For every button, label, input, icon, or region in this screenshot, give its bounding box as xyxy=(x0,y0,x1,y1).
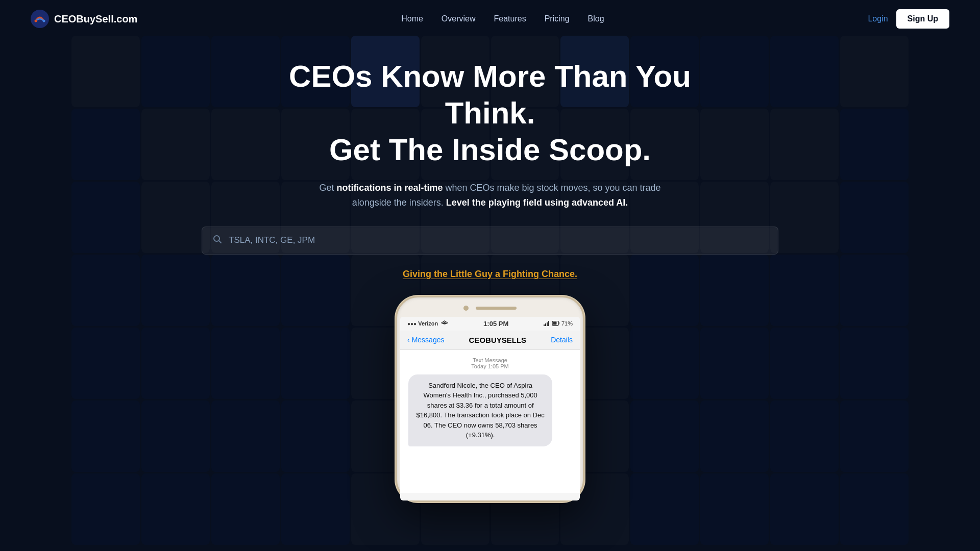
battery-label: 71% xyxy=(561,320,573,327)
chat-title: CEOBUYSELLS xyxy=(469,336,527,344)
search-input[interactable] xyxy=(229,235,768,245)
message-text: Sandford Nicole, the CEO of Aspira Women… xyxy=(416,382,544,439)
svg-point-1 xyxy=(35,20,37,22)
msg-label: Text Message xyxy=(405,357,575,363)
phone-top-bar xyxy=(400,306,580,311)
hero-subtitle-bold2: Level the playing field using advanced A… xyxy=(446,197,628,208)
nav-home[interactable]: Home xyxy=(401,14,423,23)
back-label: Messages xyxy=(412,336,445,344)
svg-rect-9 xyxy=(558,322,559,324)
hero-section: CEOs Know More Than You Think. Get The I… xyxy=(0,38,980,502)
back-chevron-icon: ‹ xyxy=(407,336,410,344)
message-area: Text Message Today 1:05 PM Sandford Nico… xyxy=(400,350,580,493)
nav-links: Home Overview Features Pricing Blog xyxy=(401,14,604,23)
hero-headline-line2: Get The Inside Scoop. xyxy=(329,133,651,167)
phone-speaker xyxy=(476,307,517,310)
login-button[interactable]: Login xyxy=(868,14,888,23)
svg-rect-4 xyxy=(544,324,545,326)
back-button[interactable]: ‹ Messages xyxy=(407,336,444,344)
nav-blog[interactable]: Blog xyxy=(588,14,604,23)
phone-outer: ●●● Verizon 1:05 PM xyxy=(396,296,584,502)
tagline: Giving the Little Guy a Fighting Chance. xyxy=(0,269,980,280)
phone-camera xyxy=(463,306,469,311)
logo-icon xyxy=(31,10,49,28)
signup-button[interactable]: Sign Up xyxy=(896,9,949,29)
hero-headline-line1: CEOs Know More Than You Think. xyxy=(289,59,691,130)
logo-text: CEOBuySell.com xyxy=(54,13,137,25)
message-timestamp: Text Message Today 1:05 PM xyxy=(405,357,575,369)
svg-rect-6 xyxy=(547,322,548,326)
search-icon xyxy=(212,234,223,247)
carrier-label: ●●● Verizon xyxy=(407,320,448,327)
status-bar: ●●● Verizon 1:05 PM xyxy=(400,317,580,331)
navbar: CEOBuySell.com Home Overview Features Pr… xyxy=(0,0,980,38)
message-bubble: Sandford Nicole, the CEO of Aspira Women… xyxy=(408,374,552,446)
svg-rect-7 xyxy=(548,321,549,326)
svg-rect-10 xyxy=(553,322,556,325)
hero-subtitle-bold1: notifications in real-time xyxy=(336,183,443,193)
nav-pricing[interactable]: Pricing xyxy=(545,14,570,23)
logo[interactable]: CEOBuySell.com xyxy=(31,10,137,28)
status-icons: 71% xyxy=(544,320,573,327)
svg-point-2 xyxy=(43,20,45,22)
nav-overview[interactable]: Overview xyxy=(442,14,476,23)
nav-actions: Login Sign Up xyxy=(868,9,949,29)
nav-features[interactable]: Features xyxy=(494,14,526,23)
status-time: 1:05 PM xyxy=(483,320,508,328)
imessage-header: ‹ Messages CEOBUYSELLS Details xyxy=(400,331,580,350)
phone-mockup: ●●● Verizon 1:05 PM xyxy=(0,296,980,502)
details-button[interactable]: Details xyxy=(551,336,573,344)
hero-headline: CEOs Know More Than You Think. Get The I… xyxy=(260,58,720,168)
svg-rect-5 xyxy=(545,323,546,326)
hero-subtitle: Get notifications in real-time when CEOs… xyxy=(316,181,664,210)
search-bar xyxy=(202,227,778,255)
phone-screen: ●●● Verizon 1:05 PM xyxy=(400,317,580,500)
msg-time: Today 1:05 PM xyxy=(405,363,575,369)
